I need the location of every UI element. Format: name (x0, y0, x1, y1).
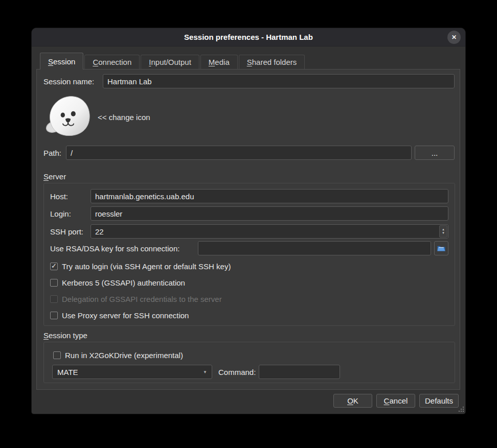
kdrive-checkbox[interactable] (53, 351, 61, 359)
close-icon: ✕ (451, 34, 457, 41)
host-row: Host: (50, 189, 448, 203)
rsa-key-browse-button[interactable] (434, 241, 448, 255)
session-type-group: Run in X2GoKDrive (experimental) MATE ▼ … (43, 342, 455, 383)
proxy-label: Use Proxy server for SSH connection (62, 311, 189, 320)
path-label: Path: (43, 149, 63, 157)
titlebar[interactable]: Session preferences - Hartman Lab ✕ (32, 28, 465, 46)
server-group-label: Server (43, 172, 66, 181)
tab-connection[interactable]: Connection (84, 55, 140, 69)
path-row: Path: ... (43, 146, 455, 160)
dropdown-arrow-icon: ▼ (203, 370, 207, 374)
host-input[interactable] (91, 189, 448, 203)
kdrive-row: Run in X2GoKDrive (experimental) (53, 351, 183, 359)
kerberos-label: Kerberos 5 (GSSAPI) authentication (62, 278, 185, 287)
spinner-down-icon[interactable]: ▼ (442, 231, 445, 235)
proxy-row: Use Proxy server for SSH connection (50, 311, 189, 319)
session-tab-panel: Session name: << (36, 69, 460, 390)
gssapi-delegation-label: Delegation of GSSAPI credentials to the … (62, 295, 222, 303)
rsa-key-input[interactable] (198, 241, 431, 255)
rsa-key-row: Use RSA/DSA key for ssh connection: (50, 241, 448, 255)
tab-session[interactable]: Session (40, 53, 83, 69)
cancel-button[interactable]: Cancel (376, 394, 415, 408)
login-input[interactable] (91, 206, 448, 221)
login-label: Login: (50, 209, 87, 218)
auto-login-checkbox[interactable]: ✓ (50, 263, 58, 270)
seal-icon (44, 95, 93, 137)
close-button[interactable]: ✕ (447, 31, 461, 44)
tab-bar: Session Connection Input/Output Media Sh… (40, 53, 306, 69)
dialog-buttons: OK Cancel Defaults (333, 394, 459, 408)
defaults-button[interactable]: Defaults (419, 394, 459, 408)
command-input[interactable] (259, 365, 340, 379)
kerberos-row: Kerberos 5 (GSSAPI) authentication (50, 278, 185, 287)
session-preferences-window: Session preferences - Hartman Lab ✕ Sess… (32, 28, 465, 414)
proxy-checkbox[interactable] (50, 312, 58, 319)
command-label: Command: (218, 368, 256, 376)
kerberos-checkbox[interactable] (50, 279, 58, 287)
ok-button[interactable]: OK (333, 394, 372, 408)
window-title: Session preferences - Hartman Lab (32, 28, 465, 46)
session-type-selected-value: MATE (57, 368, 78, 376)
session-name-label: Session name: (43, 77, 100, 86)
tab-input-output[interactable]: Input/Output (141, 55, 199, 69)
server-group: Host: Login: SSH port: ▲ ▼ Use RSA/DSA (43, 183, 455, 326)
ssh-port-spinner[interactable]: ▲ ▼ (439, 225, 447, 238)
folder-icon (437, 245, 446, 252)
auto-login-label: Try auto login (via SSH Agent or default… (62, 262, 231, 271)
change-icon-label: << change icon (98, 113, 150, 122)
rsa-key-label: Use RSA/DSA key for ssh connection: (50, 244, 195, 253)
session-name-row: Session name: (43, 74, 455, 88)
session-name-input[interactable] (103, 74, 455, 88)
session-type-dropdown[interactable]: MATE ▼ (52, 365, 212, 379)
ssh-port-input[interactable] (91, 224, 448, 239)
browse-path-button[interactable]: ... (415, 146, 455, 160)
path-input[interactable] (66, 146, 412, 160)
auto-login-row: ✓ Try auto login (via SSH Agent or defau… (50, 262, 231, 270)
gssapi-delegation-checkbox (50, 295, 58, 303)
ssh-port-label: SSH port: (50, 227, 87, 236)
resize-grip-icon[interactable] (458, 406, 464, 412)
desktop-command-row: MATE ▼ Command: (52, 365, 448, 379)
checkmark-icon: ✓ (51, 263, 57, 269)
host-label: Host: (50, 192, 87, 201)
tab-media[interactable]: Media (200, 55, 238, 69)
tab-shared-folders[interactable]: Shared folders (239, 55, 305, 69)
gssapi-delegation-row: Delegation of GSSAPI credentials to the … (50, 295, 222, 303)
session-icon-button[interactable] (44, 95, 93, 137)
kdrive-label: Run in X2GoKDrive (experimental) (65, 351, 183, 360)
login-row: Login: (50, 206, 448, 221)
ssh-port-row: SSH port: ▲ ▼ (50, 224, 448, 239)
spinner-up-icon[interactable]: ▲ (442, 228, 445, 231)
session-type-group-label: Session type (43, 331, 87, 340)
